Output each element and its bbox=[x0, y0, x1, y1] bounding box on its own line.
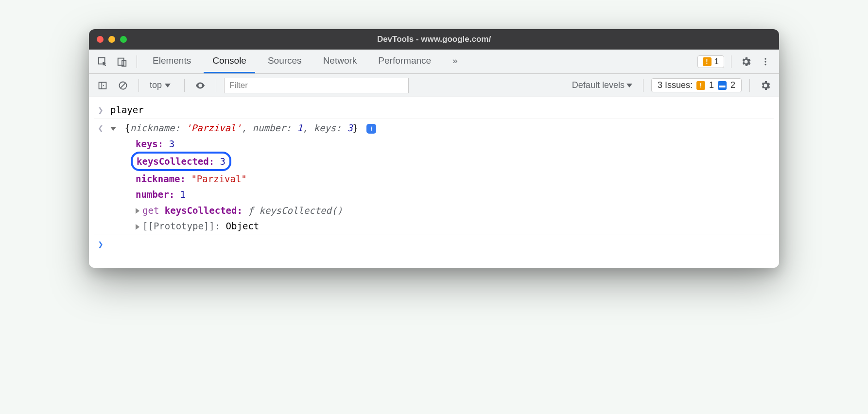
expand-icon[interactable] bbox=[136, 208, 139, 214]
object-properties: keys: 3 keysCollected: 3 nickname: "Parz… bbox=[110, 136, 772, 234]
clear-console-icon[interactable] bbox=[115, 78, 131, 93]
tab-sources[interactable]: Sources bbox=[259, 50, 311, 73]
tab-elements[interactable]: Elements bbox=[144, 50, 200, 73]
issues-label: 3 Issues: bbox=[658, 80, 693, 90]
input-chevron-icon: ❯ bbox=[96, 102, 105, 118]
tabs-overflow[interactable]: » bbox=[444, 50, 467, 73]
svg-rect-6 bbox=[99, 82, 106, 88]
separator bbox=[643, 79, 643, 92]
context-label: top bbox=[150, 80, 162, 90]
devtools-window: DevTools - www.google.com/ Elements Cons… bbox=[89, 29, 779, 268]
svg-point-4 bbox=[764, 61, 766, 62]
prompt-chevron-icon: ❯ bbox=[96, 236, 105, 252]
chevron-down-icon bbox=[626, 84, 632, 87]
console-settings-icon[interactable] bbox=[758, 78, 773, 93]
issues-warning-count: 1 bbox=[709, 80, 714, 90]
prop-keys[interactable]: keys: 3 bbox=[136, 136, 772, 152]
output-chevron-icon: ❮ bbox=[96, 120, 105, 136]
separator bbox=[749, 79, 750, 92]
console-toolbar: top Default levels 3 Issues: ! 1 ▬ 2 bbox=[89, 74, 779, 97]
console-sidebar-toggle-icon[interactable] bbox=[95, 78, 110, 93]
traffic-lights bbox=[97, 36, 127, 43]
expand-icon[interactable] bbox=[136, 224, 139, 230]
warning-count: 1 bbox=[714, 57, 719, 67]
console-output-row[interactable]: ❮ {nickname: 'Parzival', number: 1, keys… bbox=[94, 119, 774, 235]
log-levels-dropdown[interactable]: Default levels bbox=[572, 80, 635, 90]
svg-rect-1 bbox=[118, 58, 124, 65]
tab-console[interactable]: Console bbox=[204, 50, 255, 73]
tab-network[interactable]: Network bbox=[314, 50, 366, 73]
inspect-icon[interactable] bbox=[95, 54, 110, 69]
input-expression: player bbox=[110, 102, 772, 118]
issues-info-count: 2 bbox=[730, 80, 735, 90]
console-body: ❯ player ❮ {nickname: 'Parzival', number… bbox=[89, 97, 779, 268]
maximize-window-button[interactable] bbox=[120, 36, 127, 43]
live-expression-icon[interactable] bbox=[192, 78, 208, 93]
minimize-window-button[interactable] bbox=[108, 36, 115, 43]
console-input-echo: ❯ player bbox=[94, 101, 774, 119]
prop-nickname[interactable]: nickname: "Parzival" bbox=[136, 171, 772, 187]
chevron-down-icon bbox=[165, 84, 171, 87]
titlebar: DevTools - www.google.com/ bbox=[89, 29, 779, 50]
separator bbox=[139, 79, 139, 92]
separator bbox=[184, 79, 185, 92]
warning-icon: ! bbox=[703, 57, 712, 66]
close-window-button[interactable] bbox=[97, 36, 104, 43]
svg-point-5 bbox=[764, 64, 766, 65]
info-icon: ▬ bbox=[718, 81, 727, 90]
separator bbox=[731, 55, 731, 68]
svg-point-3 bbox=[764, 58, 766, 59]
prop-number[interactable]: number: 1 bbox=[136, 187, 772, 202]
object-info-icon[interactable]: i bbox=[366, 124, 376, 134]
device-toggle-icon[interactable] bbox=[114, 54, 130, 69]
issues-summary[interactable]: 3 Issues: ! 1 ▬ 2 bbox=[651, 78, 742, 92]
prop-prototype[interactable]: [[Prototype]]: Object bbox=[136, 218, 772, 234]
object-summary: {nickname: 'Parzival', number: 1, keys: … bbox=[124, 122, 364, 133]
window-title: DevTools - www.google.com/ bbox=[89, 34, 779, 44]
levels-label: Default levels bbox=[572, 80, 625, 90]
context-selector[interactable]: top bbox=[147, 79, 176, 91]
warning-icon: ! bbox=[696, 81, 705, 90]
filter-input[interactable] bbox=[224, 78, 409, 93]
settings-icon[interactable] bbox=[738, 54, 754, 69]
separator bbox=[137, 55, 137, 68]
svg-line-9 bbox=[121, 83, 125, 88]
tabs-bar: Elements Console Sources Network Perform… bbox=[89, 50, 779, 74]
console-prompt[interactable]: ❯ bbox=[94, 235, 774, 253]
prop-keyscollected[interactable]: keysCollected: 3 bbox=[136, 152, 772, 171]
expand-toggle-icon[interactable] bbox=[110, 127, 116, 131]
separator bbox=[216, 79, 216, 92]
tab-performance[interactable]: Performance bbox=[369, 50, 440, 73]
prop-getter-keyscollected[interactable]: get keysCollected: ƒ keysCollected() bbox=[136, 203, 772, 218]
kebab-menu-icon[interactable] bbox=[758, 54, 773, 69]
warnings-badge[interactable]: ! 1 bbox=[697, 55, 724, 68]
